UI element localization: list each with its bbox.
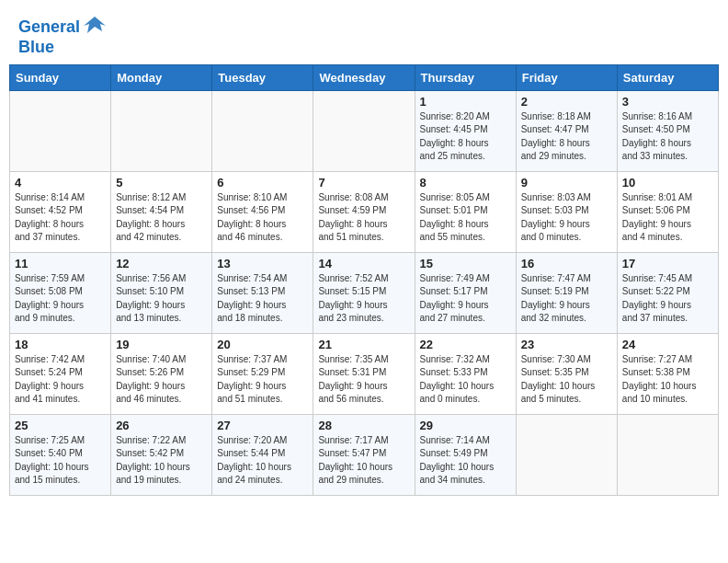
day-info: Sunrise: 7:49 AM Sunset: 5:17 PM Dayligh… <box>420 272 511 326</box>
header: General Blue <box>0 0 728 64</box>
header-friday: Friday <box>516 64 617 90</box>
table-row: 25Sunrise: 7:25 AM Sunset: 5:40 PM Dayli… <box>10 414 111 495</box>
logo-text: General <box>18 18 80 37</box>
calendar-row: 4Sunrise: 8:14 AM Sunset: 4:52 PM Daylig… <box>10 171 719 252</box>
day-info: Sunrise: 7:56 AM Sunset: 5:10 PM Dayligh… <box>116 272 207 326</box>
day-info: Sunrise: 8:03 AM Sunset: 5:03 PM Dayligh… <box>521 191 612 245</box>
table-row: 10Sunrise: 8:01 AM Sunset: 5:06 PM Dayli… <box>617 171 718 252</box>
day-info: Sunrise: 7:40 AM Sunset: 5:26 PM Dayligh… <box>116 353 207 407</box>
day-number: 7 <box>318 176 409 190</box>
day-info: Sunrise: 8:01 AM Sunset: 5:06 PM Dayligh… <box>622 191 713 245</box>
day-info: Sunrise: 7:52 AM Sunset: 5:15 PM Dayligh… <box>318 272 409 326</box>
day-number: 14 <box>318 257 409 270</box>
table-row <box>111 90 212 171</box>
logo-bird-icon <box>82 13 108 39</box>
table-row <box>516 414 617 495</box>
table-row: 18Sunrise: 7:42 AM Sunset: 5:24 PM Dayli… <box>10 333 111 414</box>
day-number: 25 <box>15 419 106 432</box>
day-number: 4 <box>15 176 106 190</box>
day-info: Sunrise: 8:08 AM Sunset: 4:59 PM Dayligh… <box>318 191 409 245</box>
calendar-wrapper: Sunday Monday Tuesday Wednesday Thursday… <box>0 64 728 505</box>
day-info: Sunrise: 7:17 AM Sunset: 5:47 PM Dayligh… <box>318 434 409 488</box>
day-number: 16 <box>521 257 612 270</box>
day-number: 24 <box>622 338 713 351</box>
table-row: 1Sunrise: 8:20 AM Sunset: 4:45 PM Daylig… <box>415 90 516 171</box>
table-row <box>10 90 111 171</box>
calendar-row: 18Sunrise: 7:42 AM Sunset: 5:24 PM Dayli… <box>10 333 719 414</box>
table-row <box>212 90 313 171</box>
day-number: 11 <box>15 257 106 270</box>
day-info: Sunrise: 8:05 AM Sunset: 5:01 PM Dayligh… <box>420 191 511 245</box>
table-row: 14Sunrise: 7:52 AM Sunset: 5:15 PM Dayli… <box>313 252 415 333</box>
day-number: 23 <box>521 338 612 351</box>
day-info: Sunrise: 7:42 AM Sunset: 5:24 PM Dayligh… <box>15 353 106 407</box>
day-info: Sunrise: 7:54 AM Sunset: 5:13 PM Dayligh… <box>217 272 308 326</box>
day-number: 28 <box>318 419 409 432</box>
table-row: 4Sunrise: 8:14 AM Sunset: 4:52 PM Daylig… <box>10 171 111 252</box>
day-info: Sunrise: 8:20 AM Sunset: 4:45 PM Dayligh… <box>420 110 511 164</box>
calendar-row: 1Sunrise: 8:20 AM Sunset: 4:45 PM Daylig… <box>10 90 719 171</box>
day-number: 17 <box>622 257 713 270</box>
svg-marker-0 <box>84 17 106 33</box>
header-thursday: Thursday <box>415 64 516 90</box>
day-info: Sunrise: 8:18 AM Sunset: 4:47 PM Dayligh… <box>521 110 612 164</box>
day-info: Sunrise: 8:12 AM Sunset: 4:54 PM Dayligh… <box>116 191 207 245</box>
header-saturday: Saturday <box>617 64 718 90</box>
day-info: Sunrise: 7:20 AM Sunset: 5:44 PM Dayligh… <box>217 434 308 488</box>
day-number: 19 <box>116 338 207 351</box>
table-row: 28Sunrise: 7:17 AM Sunset: 5:47 PM Dayli… <box>313 414 415 495</box>
day-number: 18 <box>15 338 106 351</box>
page: General Blue Sunday Monday <box>0 0 728 563</box>
day-info: Sunrise: 7:22 AM Sunset: 5:42 PM Dayligh… <box>116 434 207 488</box>
table-row: 21Sunrise: 7:35 AM Sunset: 5:31 PM Dayli… <box>313 333 415 414</box>
calendar-row: 25Sunrise: 7:25 AM Sunset: 5:40 PM Dayli… <box>10 414 719 495</box>
day-info: Sunrise: 7:32 AM Sunset: 5:33 PM Dayligh… <box>420 353 511 407</box>
day-info: Sunrise: 8:16 AM Sunset: 4:50 PM Dayligh… <box>622 110 713 164</box>
table-row: 8Sunrise: 8:05 AM Sunset: 5:01 PM Daylig… <box>415 171 516 252</box>
table-row: 12Sunrise: 7:56 AM Sunset: 5:10 PM Dayli… <box>111 252 212 333</box>
day-number: 15 <box>420 257 511 270</box>
table-row: 29Sunrise: 7:14 AM Sunset: 5:49 PM Dayli… <box>415 414 516 495</box>
table-row: 17Sunrise: 7:45 AM Sunset: 5:22 PM Dayli… <box>617 252 718 333</box>
day-number: 6 <box>217 176 308 190</box>
header-tuesday: Tuesday <box>212 64 313 90</box>
table-row: 19Sunrise: 7:40 AM Sunset: 5:26 PM Dayli… <box>111 333 212 414</box>
logo: General Blue <box>18 17 108 57</box>
day-number: 3 <box>622 95 713 109</box>
table-row: 3Sunrise: 8:16 AM Sunset: 4:50 PM Daylig… <box>617 90 718 171</box>
day-number: 29 <box>420 419 511 432</box>
day-info: Sunrise: 7:27 AM Sunset: 5:38 PM Dayligh… <box>622 353 713 407</box>
day-info: Sunrise: 7:25 AM Sunset: 5:40 PM Dayligh… <box>15 434 106 488</box>
day-number: 10 <box>622 176 713 190</box>
table-row: 2Sunrise: 8:18 AM Sunset: 4:47 PM Daylig… <box>516 90 617 171</box>
weekday-header-row: Sunday Monday Tuesday Wednesday Thursday… <box>10 64 719 90</box>
table-row: 6Sunrise: 8:10 AM Sunset: 4:56 PM Daylig… <box>212 171 313 252</box>
header-sunday: Sunday <box>10 64 111 90</box>
table-row: 15Sunrise: 7:49 AM Sunset: 5:17 PM Dayli… <box>415 252 516 333</box>
day-info: Sunrise: 7:30 AM Sunset: 5:35 PM Dayligh… <box>521 353 612 407</box>
day-info: Sunrise: 8:10 AM Sunset: 4:56 PM Dayligh… <box>217 191 308 245</box>
day-info: Sunrise: 7:47 AM Sunset: 5:19 PM Dayligh… <box>521 272 612 326</box>
header-wednesday: Wednesday <box>313 64 415 90</box>
table-row: 20Sunrise: 7:37 AM Sunset: 5:29 PM Dayli… <box>212 333 313 414</box>
day-number: 22 <box>420 338 511 351</box>
day-info: Sunrise: 7:14 AM Sunset: 5:49 PM Dayligh… <box>420 434 511 488</box>
day-number: 5 <box>116 176 207 190</box>
day-number: 26 <box>116 419 207 432</box>
header-monday: Monday <box>111 64 212 90</box>
day-number: 9 <box>521 176 612 190</box>
day-number: 12 <box>116 257 207 270</box>
logo-text-blue: Blue <box>18 39 54 57</box>
day-info: Sunrise: 7:59 AM Sunset: 5:08 PM Dayligh… <box>15 272 106 326</box>
day-info: Sunrise: 7:45 AM Sunset: 5:22 PM Dayligh… <box>622 272 713 326</box>
table-row: 11Sunrise: 7:59 AM Sunset: 5:08 PM Dayli… <box>10 252 111 333</box>
table-row <box>617 414 718 495</box>
day-number: 13 <box>217 257 308 270</box>
day-info: Sunrise: 7:37 AM Sunset: 5:29 PM Dayligh… <box>217 353 308 407</box>
table-row: 22Sunrise: 7:32 AM Sunset: 5:33 PM Dayli… <box>415 333 516 414</box>
day-info: Sunrise: 8:14 AM Sunset: 4:52 PM Dayligh… <box>15 191 106 245</box>
table-row: 13Sunrise: 7:54 AM Sunset: 5:13 PM Dayli… <box>212 252 313 333</box>
calendar-row: 11Sunrise: 7:59 AM Sunset: 5:08 PM Dayli… <box>10 252 719 333</box>
day-number: 27 <box>217 419 308 432</box>
table-row <box>313 90 415 171</box>
